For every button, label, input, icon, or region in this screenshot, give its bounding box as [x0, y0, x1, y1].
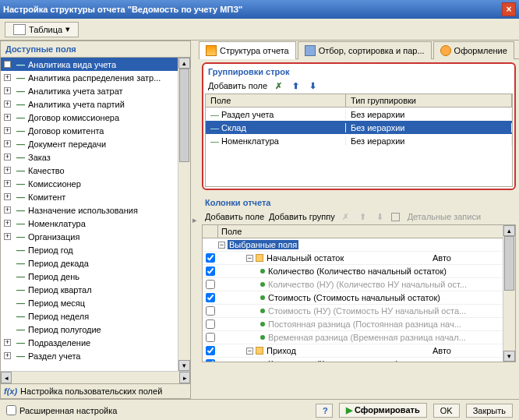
- column-row[interactable]: Количество (НУ) (Количество НУ начальный…: [203, 278, 515, 291]
- col-type: Тип группировки: [346, 94, 512, 107]
- bottom-bar: Расширенная настройка ? ▶Сформировать OK…: [0, 399, 519, 420]
- tree-item[interactable]: +—Качество: [1, 164, 190, 177]
- tree-item[interactable]: +—Договор комиссионера: [1, 111, 190, 124]
- tree-item[interactable]: +—Заказ: [1, 150, 190, 164]
- col-head-field: Поле: [218, 225, 515, 238]
- tree-scrollbar-h[interactable]: ◂ ▸: [1, 371, 190, 383]
- row-groupings-panel: Группировки строк Добавить поле ✗ ⬆ ⬇ По…: [202, 62, 516, 190]
- grouping-row[interactable]: — СкладБез иерархии: [206, 121, 512, 134]
- move-down-icon2[interactable]: ⬇: [374, 210, 387, 223]
- add-field-link2[interactable]: Добавить поле: [205, 212, 264, 221]
- help-button[interactable]: ?: [316, 404, 333, 418]
- move-up-icon[interactable]: ⬆: [289, 79, 302, 92]
- detail-label: Детальные записи: [408, 212, 481, 221]
- scroll-down-icon[interactable]: ▾: [178, 360, 190, 371]
- column-row[interactable]: Временная разница (Временная разница нач…: [203, 331, 515, 344]
- tab-structure[interactable]: Структура отчета: [199, 41, 296, 59]
- column-row[interactable]: −ПриходАвто: [203, 344, 515, 358]
- form-button[interactable]: ▶Сформировать: [339, 403, 427, 418]
- scroll-right-icon[interactable]: ▸: [179, 372, 190, 383]
- column-row[interactable]: Количество (Количество начальный остаток…: [203, 265, 515, 278]
- table-label: Таблица: [29, 25, 62, 34]
- tree-item[interactable]: +—Аналитика распределения затр...: [1, 71, 190, 84]
- report-columns-panel: Колонки отчета Добавить поле Добавить гр…: [202, 196, 516, 362]
- tree-item[interactable]: +—Документ передачи: [1, 137, 190, 150]
- row-groupings-title: Группировки строк: [205, 65, 513, 78]
- scroll-up-icon[interactable]: ▴: [178, 58, 190, 69]
- tree-item[interactable]: +—Комитент: [1, 190, 190, 203]
- tree-item[interactable]: +—Аналитика учета затрат: [1, 84, 190, 97]
- detail-checkbox[interactable]: [391, 213, 400, 221]
- grouping-row[interactable]: — Раздел учетаБез иерархии: [206, 108, 512, 121]
- selected-fields-root[interactable]: −Выбранные поля: [203, 238, 515, 252]
- tree-item[interactable]: +—Комиссионер: [1, 177, 190, 190]
- tree-item[interactable]: +—Назначение использования: [1, 203, 190, 217]
- move-down-icon[interactable]: ⬇: [306, 79, 319, 92]
- chevron-down-icon: ▾: [65, 24, 70, 34]
- available-fields-title: Доступные поля: [1, 41, 190, 58]
- titlebar: Настройка структуры отчета "Ведомость по…: [0, 0, 519, 19]
- tree-item[interactable]: +—Аналитика вида учета: [1, 58, 190, 71]
- splitter[interactable]: ▸: [191, 41, 199, 399]
- user-fields-link[interactable]: f(x) Настройка пользовательских полей: [1, 383, 190, 398]
- delete-icon[interactable]: ✗: [340, 210, 352, 223]
- design-icon: [440, 45, 451, 56]
- move-up-icon2[interactable]: ⬆: [357, 210, 369, 223]
- advanced-checkbox[interactable]: Расширенная настройка: [6, 405, 117, 415]
- add-field-link[interactable]: Добавить поле: [208, 81, 267, 90]
- grouping-row[interactable]: — НоменклатураБез иерархии: [206, 134, 512, 147]
- fields-tree[interactable]: ▴ ▾ +—Аналитика вида учета+—Аналитика ра…: [1, 58, 190, 371]
- tree-item[interactable]: +—Организация: [1, 230, 190, 243]
- tabs: Структура отчета Отбор, сортировка и пар…: [199, 41, 519, 59]
- tree-item[interactable]: —Период день: [1, 270, 190, 283]
- top-toolbar: Таблица ▾: [0, 19, 519, 41]
- column-row[interactable]: −Начальный остатокАвто: [203, 252, 515, 265]
- tree-item[interactable]: —Период месяц: [1, 296, 190, 309]
- tree-scrollbar-v[interactable]: ▴ ▾: [178, 58, 190, 371]
- tree-item[interactable]: —Период полугодие: [1, 323, 190, 336]
- tree-item[interactable]: —Период декада: [1, 256, 190, 270]
- filter-icon: [305, 45, 316, 56]
- tree-item[interactable]: +—Договор комитента: [1, 124, 190, 137]
- table-dropdown[interactable]: Таблица ▾: [5, 22, 79, 37]
- column-row[interactable]: Количество (Количество приход): [203, 358, 515, 362]
- col-field: Поле: [206, 94, 346, 107]
- table-icon: [13, 24, 26, 35]
- tree-item[interactable]: —Период квартал: [1, 283, 190, 296]
- tree-item[interactable]: +—Раздел учета: [1, 349, 190, 362]
- window-title: Настройка структуры отчета "Ведомость по…: [3, 5, 242, 14]
- structure-icon: [206, 45, 217, 56]
- play-icon: ▶: [346, 405, 352, 415]
- scroll-left-icon[interactable]: ◂: [1, 372, 12, 383]
- available-fields-panel: Доступные поля ▴ ▾ +—Аналитика вида учет…: [0, 41, 191, 399]
- tree-item[interactable]: —Период неделя: [1, 309, 190, 323]
- add-group-link[interactable]: Добавить группу: [269, 212, 335, 221]
- fx-icon: f(x): [4, 386, 17, 396]
- ok-button[interactable]: OK: [433, 404, 460, 418]
- close-icon[interactable]: ×: [502, 2, 516, 16]
- tab-filter[interactable]: Отбор, сортировка и пар...: [298, 41, 432, 59]
- close-button[interactable]: Закрыть: [466, 404, 513, 418]
- tab-design[interactable]: Оформление: [433, 41, 514, 59]
- column-row[interactable]: Стоимость (НУ) (Стоимость НУ начальный о…: [203, 305, 515, 318]
- column-row[interactable]: Постоянная разница (Постоянная разница н…: [203, 318, 515, 331]
- tree-item[interactable]: +—Подразделение: [1, 336, 190, 349]
- column-row[interactable]: Стоимость (Стоимость начальный остаток): [203, 291, 515, 305]
- tree-item[interactable]: —Период год: [1, 243, 190, 256]
- report-columns-title: Колонки отчета: [202, 196, 516, 209]
- scroll-thumb[interactable]: [179, 69, 189, 162]
- tree-item[interactable]: +—Аналитика учета партий: [1, 97, 190, 111]
- tree-item[interactable]: +—Номенклатура: [1, 217, 190, 230]
- add-icon[interactable]: ✗: [272, 79, 284, 92]
- user-fields-label: Настройка пользовательских полей: [20, 386, 162, 396]
- cols-scrollbar[interactable]: ▴ ▾: [503, 225, 515, 362]
- groupings-grid: Поле Тип группировки — Раздел учетаБез и…: [205, 94, 513, 187]
